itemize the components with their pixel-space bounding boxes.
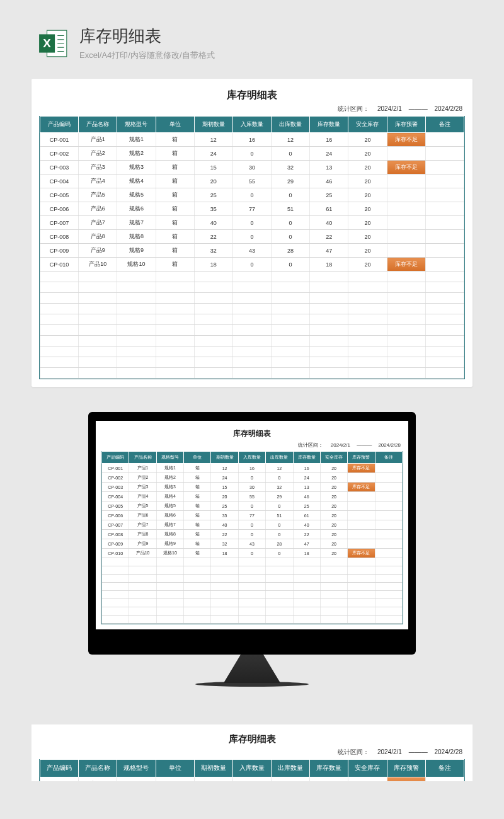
cell: 13 <box>293 483 320 492</box>
cell: 规格7 <box>156 520 183 530</box>
cell: 20 <box>320 511 347 520</box>
cell: CP-001 <box>40 133 79 147</box>
cell: 产品10 <box>129 549 156 558</box>
cell: 产品8 <box>129 530 156 539</box>
cell <box>375 464 402 473</box>
cell: 16 <box>238 464 265 473</box>
cell: 16 <box>232 133 271 147</box>
cell: 12 <box>194 777 232 782</box>
col-header: 产品编码 <box>102 452 129 464</box>
cell: 箱 <box>184 501 211 511</box>
col-header: 单位 <box>184 452 211 464</box>
cell: 20 <box>320 483 347 492</box>
cell: 25 <box>310 188 348 202</box>
stock-warning-badge: 库存不足 <box>348 483 375 492</box>
cell: 规格10 <box>117 258 156 272</box>
table-row: CP-008产品8规格8箱22002220 <box>102 530 403 539</box>
cell <box>375 483 402 492</box>
cell <box>425 244 464 258</box>
table-row: CP-007产品7规格7箱40004020 <box>102 520 403 530</box>
cell: 箱 <box>156 161 194 175</box>
cell: 规格1 <box>117 777 156 782</box>
table-row: CP-008产品8规格8箱22002220 <box>40 230 464 244</box>
cell: 箱 <box>184 539 211 549</box>
table-row <box>40 346 464 357</box>
cell: CP-010 <box>40 258 79 272</box>
cell: 0 <box>272 230 310 244</box>
cell: CP-001 <box>102 464 129 473</box>
cell: 16 <box>293 464 320 473</box>
stat-label: 统计区间： <box>338 105 369 112</box>
cell: 产品6 <box>79 202 117 216</box>
cell <box>348 492 375 501</box>
cell: 35 <box>211 511 238 520</box>
col-header: 出库数量 <box>272 117 310 133</box>
table-row: CP-006产品6规格6箱3577516120 <box>102 511 403 520</box>
cell: 规格10 <box>156 549 183 558</box>
svg-text:X: X <box>43 37 51 50</box>
cell: 产品4 <box>79 175 117 188</box>
cell: CP-008 <box>40 230 79 244</box>
date-dash: ——— <box>409 105 428 112</box>
col-header: 备注 <box>375 452 402 464</box>
cell: CP-006 <box>102 511 129 520</box>
cell: 箱 <box>156 147 194 161</box>
cell <box>375 530 402 539</box>
cell: 产品1 <box>79 133 117 147</box>
cell: 16 <box>310 133 348 147</box>
cell: 产品8 <box>79 230 117 244</box>
cell: 20 <box>320 549 347 558</box>
cell: 25 <box>211 501 238 511</box>
cell: 40 <box>211 520 238 530</box>
cell: 箱 <box>156 175 194 188</box>
date-to: 2024/2/28 <box>435 105 463 112</box>
cell: 箱 <box>156 202 194 216</box>
col-header: 期初数量 <box>211 452 238 464</box>
sheet-preview-card: 库存明细表 统计区间： 2024/2/1 ——— 2024/2/28 产品编码产… <box>32 79 472 387</box>
cell: CP-007 <box>40 216 79 230</box>
cell: CP-006 <box>40 202 79 216</box>
cell <box>375 492 402 501</box>
cell <box>387 147 425 161</box>
cell: 箱 <box>156 216 194 230</box>
cell: 箱 <box>184 549 211 558</box>
col-header: 安全库存 <box>348 117 387 133</box>
cell: 22 <box>194 230 232 244</box>
cell <box>348 520 375 530</box>
cell: 箱 <box>156 244 194 258</box>
cell: 箱 <box>156 230 194 244</box>
cell <box>425 133 464 147</box>
cell: 32 <box>266 483 293 492</box>
template-title: 库存明细表 <box>79 25 215 47</box>
cell: 0 <box>266 473 293 483</box>
table-row <box>40 293 464 304</box>
cell: 24 <box>310 147 348 161</box>
cell: 32 <box>194 244 232 258</box>
cell: 0 <box>232 258 271 272</box>
cell: 产品2 <box>79 147 117 161</box>
cell: CP-004 <box>40 175 79 188</box>
table-row: CP-001产品1规格1箱1216121620库存不足 <box>102 464 403 473</box>
col-header: 库存数量 <box>310 760 348 777</box>
stat-period-row: 统计区间： 2024/2/1 ——— 2024/2/28 <box>39 747 465 759</box>
table-row: CP-010产品10规格10箱18001820库存不足 <box>40 258 464 272</box>
cell <box>387 230 425 244</box>
cell <box>425 161 464 175</box>
cell: CP-008 <box>102 530 129 539</box>
cell: 规格2 <box>117 147 156 161</box>
cell: 47 <box>310 244 348 258</box>
table-row: CP-002产品2规格2箱24002420 <box>102 473 403 483</box>
cell: 0 <box>238 549 265 558</box>
cell: 箱 <box>184 492 211 501</box>
cell: 产品4 <box>129 492 156 501</box>
col-header: 规格型号 <box>117 760 156 777</box>
table-row <box>40 282 464 293</box>
cell: CP-004 <box>102 492 129 501</box>
cell: 产品10 <box>79 258 117 272</box>
cell: 产品3 <box>129 483 156 492</box>
cell: 规格8 <box>117 230 156 244</box>
cell <box>425 216 464 230</box>
col-header: 库存数量 <box>310 117 348 133</box>
col-header: 备注 <box>425 760 464 777</box>
cell: 24 <box>194 147 232 161</box>
